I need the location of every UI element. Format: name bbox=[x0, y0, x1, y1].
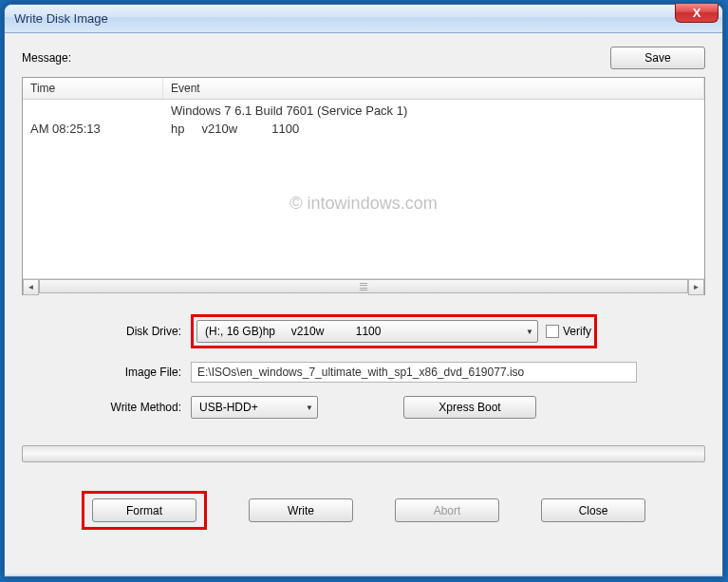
column-header-event[interactable]: Event bbox=[163, 78, 704, 99]
verify-label: Verify bbox=[563, 325, 591, 338]
message-log-listview[interactable]: Time Event Windows 7 6.1 Build 7601 (Ser… bbox=[22, 77, 705, 295]
table-row[interactable]: Windows 7 6.1 Build 7601 (Service Pack 1… bbox=[23, 102, 704, 120]
cell-time: AM 08:25:13 bbox=[23, 122, 163, 136]
format-highlight: Format bbox=[82, 491, 207, 530]
write-method-row: Write Method: USB-HDD+ ▼ Xpress Boot bbox=[26, 396, 701, 419]
dialog-content: Message: Save Time Event Windows 7 6.1 B… bbox=[5, 33, 722, 576]
format-button[interactable]: Format bbox=[92, 498, 196, 522]
message-header-row: Message: Save bbox=[22, 47, 705, 69]
message-label: Message: bbox=[22, 51, 71, 65]
chevron-down-icon: ▼ bbox=[306, 404, 313, 412]
image-file-value: E:\ISOs\en_windows_7_ultimate_with_sp1_x… bbox=[197, 366, 524, 379]
write-disk-image-window: Write Disk Image X Message: Save Time Ev… bbox=[4, 4, 723, 577]
close-window-button[interactable]: X bbox=[675, 4, 719, 23]
write-method-value: USB-HDD+ bbox=[199, 401, 258, 414]
listview-header: Time Event bbox=[23, 78, 704, 100]
close-button[interactable]: Close bbox=[541, 498, 645, 522]
scrollbar-thumb[interactable] bbox=[39, 279, 688, 293]
disk-drive-value: (H:, 16 GB)hp v210w 1100 bbox=[205, 325, 381, 338]
scrollbar-track[interactable] bbox=[39, 279, 688, 295]
write-method-combo[interactable]: USB-HDD+ ▼ bbox=[191, 396, 318, 419]
window-title: Write Disk Image bbox=[14, 11, 108, 26]
save-button[interactable]: Save bbox=[610, 47, 705, 69]
bottom-glow bbox=[5, 573, 722, 576]
image-file-input[interactable]: E:\ISOs\en_windows_7_ultimate_with_sp1_x… bbox=[191, 362, 637, 383]
write-button[interactable]: Write bbox=[249, 498, 353, 522]
horizontal-scrollbar[interactable]: ◄ ► bbox=[23, 278, 704, 294]
triangle-left-icon: ◄ bbox=[28, 283, 35, 291]
table-row[interactable]: AM 08:25:13 hp v210w 1100 bbox=[23, 120, 704, 138]
triangle-right-icon: ► bbox=[693, 283, 700, 291]
chevron-down-icon: ▼ bbox=[526, 328, 533, 336]
cell-event: hp v210w 1100 bbox=[163, 122, 704, 136]
action-button-row: Format Write Abort Close bbox=[22, 491, 705, 530]
cell-event: Windows 7 6.1 Build 7601 (Service Pack 1… bbox=[163, 103, 704, 118]
image-file-label: Image File: bbox=[26, 366, 191, 379]
progress-bar bbox=[22, 445, 705, 462]
verify-checkbox[interactable]: Verify bbox=[546, 325, 591, 338]
column-header-time[interactable]: Time bbox=[23, 78, 163, 99]
scroll-right-button[interactable]: ► bbox=[688, 279, 704, 295]
scroll-left-button[interactable]: ◄ bbox=[23, 279, 39, 295]
form-area: Disk Drive: (H:, 16 GB)hp v210w 1100 ▼ V… bbox=[22, 314, 705, 419]
abort-button[interactable]: Abort bbox=[395, 498, 499, 522]
watermark-text: © intowindows.com bbox=[289, 194, 437, 214]
write-method-label: Write Method: bbox=[26, 401, 191, 414]
disk-drive-highlight: (H:, 16 GB)hp v210w 1100 ▼ Verify bbox=[191, 314, 597, 348]
xpress-boot-button[interactable]: Xpress Boot bbox=[403, 396, 536, 419]
checkbox-box-icon bbox=[546, 325, 559, 338]
disk-drive-label: Disk Drive: bbox=[26, 325, 191, 338]
disk-drive-combo[interactable]: (H:, 16 GB)hp v210w 1100 ▼ bbox=[196, 320, 538, 343]
image-file-row: Image File: E:\ISOs\en_windows_7_ultimat… bbox=[26, 362, 701, 383]
listview-body: Windows 7 6.1 Build 7601 (Service Pack 1… bbox=[23, 100, 704, 278]
close-icon: X bbox=[693, 6, 701, 20]
titlebar[interactable]: Write Disk Image X bbox=[5, 5, 722, 33]
disk-drive-row: Disk Drive: (H:, 16 GB)hp v210w 1100 ▼ V… bbox=[26, 314, 701, 348]
cell-time bbox=[23, 103, 163, 118]
